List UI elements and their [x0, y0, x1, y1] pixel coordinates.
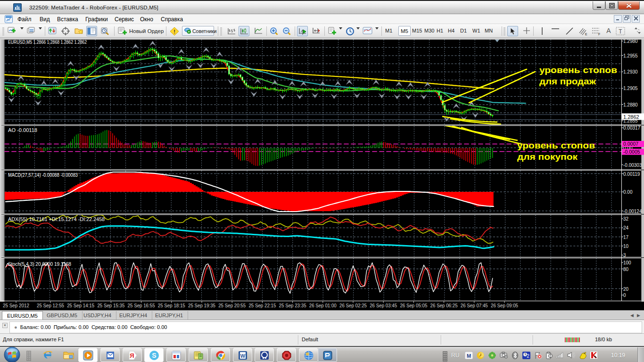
- svg-text:17: 17: [623, 235, 629, 240]
- svg-text:0.0007: 0.0007: [623, 141, 638, 147]
- svg-text:26 Sep 02:25: 26 Sep 02:25: [339, 303, 367, 308]
- svg-text:уровень стопов: уровень стопов: [539, 65, 617, 75]
- svg-text:Я: Я: [130, 352, 134, 359]
- svg-text:25 Sep 23:35: 25 Sep 23:35: [279, 303, 306, 308]
- svg-text:0: 0: [623, 293, 626, 298]
- svg-text:для продаж: для продаж: [539, 76, 596, 86]
- svg-text:25 Sep 2012: 25 Sep 2012: [3, 303, 29, 308]
- svg-text:26 Sep 06:25: 26 Sep 06:25: [430, 303, 458, 308]
- svg-text:20: 20: [623, 287, 629, 292]
- svg-text:1.2862: 1.2862: [623, 114, 639, 120]
- svg-text:0.00119: 0.00119: [623, 172, 640, 177]
- svg-text:AO -0.00118: AO -0.00118: [8, 127, 37, 133]
- svg-text:1.2930: 1.2930: [623, 69, 638, 74]
- svg-text:26 Sep 09:05: 26 Sep 09:05: [491, 303, 518, 308]
- svg-text:ADX(55) 10.7161 +DI:15.1274 -D: ADX(55) 10.7161 +DI:15.1274 -DI:22.2458: [8, 216, 105, 222]
- svg-text:-0.00124: -0.00124: [623, 209, 642, 214]
- svg-text:25 Sep 18:15: 25 Sep 18:15: [158, 303, 185, 308]
- svg-text:F: F: [598, 33, 600, 36]
- svg-text:25 Sep 19:35: 25 Sep 19:35: [188, 303, 215, 308]
- svg-text:25 Sep 14:15: 25 Sep 14:15: [67, 303, 94, 308]
- svg-text:26 Sep 07:45: 26 Sep 07:45: [461, 303, 488, 308]
- svg-text:26 Sep 05:05: 26 Sep 05:05: [400, 303, 427, 308]
- svg-text:-0.00303: -0.00303: [623, 163, 642, 168]
- svg-text:10: 10: [623, 244, 629, 249]
- svg-text:1.2880: 1.2880: [623, 102, 638, 107]
- svg-text:1.2905: 1.2905: [623, 86, 638, 91]
- svg-text:1.2980: 1.2980: [623, 40, 638, 44]
- svg-text:24: 24: [623, 225, 629, 230]
- svg-text:3: 3: [623, 253, 626, 258]
- svg-text:80: 80: [623, 267, 629, 272]
- svg-text:2: 2: [527, 354, 529, 359]
- svg-text:уровень стопов: уровень стопов: [517, 140, 595, 150]
- svg-text:25 Sep 20:55: 25 Sep 20:55: [218, 303, 246, 308]
- svg-text:A: A: [606, 27, 611, 34]
- svg-text:S: S: [152, 352, 156, 359]
- svg-text:26 Sep 01:00: 26 Sep 01:00: [309, 303, 337, 308]
- svg-text:0.00317: 0.00317: [623, 125, 641, 131]
- svg-text:Stoch(5,4,3) 20.0000 19.1168: Stoch(5,4,3) 20.0000 19.1168: [8, 261, 71, 267]
- svg-text:MACD(27,57,14) -0.00088 -0.000: MACD(27,57,14) -0.00088 -0.00083: [8, 172, 78, 178]
- svg-text:W: W: [240, 353, 245, 359]
- svg-text:25 Sep 16:55: 25 Sep 16:55: [128, 303, 155, 308]
- svg-text:1.2955: 1.2955: [623, 53, 638, 58]
- svg-text:25 Sep 15:35: 25 Sep 15:35: [97, 303, 124, 308]
- svg-text:100: 100: [623, 260, 631, 265]
- svg-text:25 Sep 12:55: 25 Sep 12:55: [37, 303, 64, 308]
- svg-text:-0.0005: -0.0005: [623, 149, 640, 155]
- svg-text:!: !: [173, 29, 175, 34]
- svg-text:T: T: [619, 28, 622, 35]
- svg-text:26 Sep 03:45: 26 Sep 03:45: [370, 303, 397, 308]
- svg-text:M: M: [467, 353, 471, 359]
- svg-text:E: E: [585, 33, 587, 36]
- svg-text:32: 32: [623, 216, 629, 222]
- svg-text:25 Sep 22:15: 25 Sep 22:15: [248, 303, 276, 308]
- svg-text:EURUSD,M5 1.2866 1.2868 1.286: EURUSD,M5 1.2866 1.2868 1.2862 1.2862: [8, 40, 87, 45]
- svg-text:0.00: 0.00: [623, 189, 633, 195]
- svg-text:для покупок: для покупок: [517, 152, 578, 162]
